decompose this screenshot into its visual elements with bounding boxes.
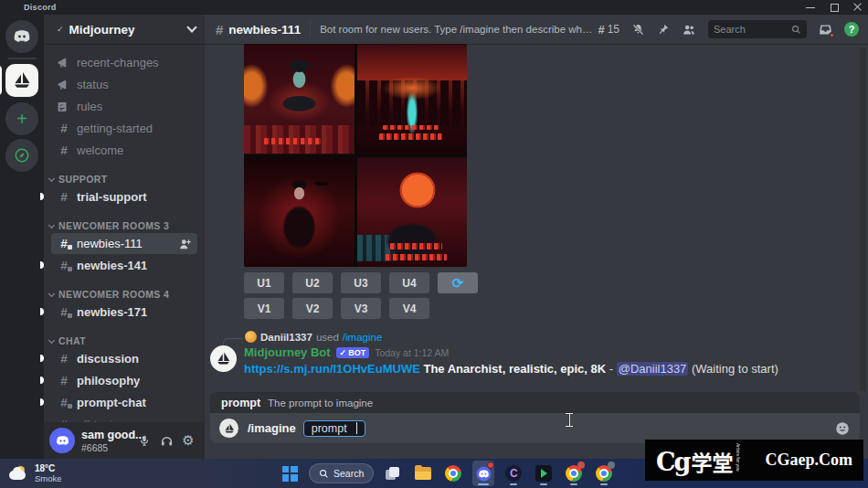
upscale-2-button[interactable]: U2 bbox=[292, 272, 333, 293]
generated-image-4[interactable] bbox=[357, 157, 468, 268]
sidebar-item-newbies-141[interactable]: # newbies-141 bbox=[51, 255, 197, 276]
headphones-button[interactable] bbox=[155, 430, 177, 451]
category-support[interactable]: SUPPORT bbox=[49, 174, 197, 185]
pinned-messages-button[interactable] bbox=[657, 23, 670, 36]
generated-image-1[interactable] bbox=[244, 44, 355, 154]
hash-icon: # bbox=[57, 143, 71, 157]
variation-3-button[interactable]: V3 bbox=[341, 298, 381, 319]
sidebar-item-status[interactable]: status bbox=[51, 74, 197, 95]
maximize-button[interactable] bbox=[830, 3, 839, 12]
sidebar-item-getting-started[interactable]: # getting-started bbox=[51, 118, 197, 139]
hash-icon: # bbox=[57, 352, 71, 366]
settings-gear-button[interactable]: ⚙ bbox=[177, 430, 199, 451]
variation-1-button[interactable]: V1 bbox=[244, 298, 284, 319]
search-icon bbox=[791, 25, 801, 35]
clipchamp-button[interactable]: C bbox=[503, 461, 524, 486]
help-button[interactable]: ? bbox=[844, 22, 859, 37]
notification-settings-button[interactable] bbox=[631, 23, 645, 37]
search-icon bbox=[319, 469, 329, 479]
refresh-icon: ⟳ bbox=[452, 275, 464, 291]
sidebar-item-discussion[interactable]: # discussion bbox=[51, 348, 197, 369]
file-explorer-button[interactable] bbox=[412, 461, 434, 486]
sidebar-item-prompt-chat[interactable]: # prompt-chat bbox=[51, 392, 197, 413]
close-button[interactable] bbox=[853, 3, 863, 12]
server-header[interactable]: ✓ Midjourney bbox=[44, 15, 205, 44]
avatar[interactable] bbox=[49, 428, 75, 453]
user-area: sam good... #6685 ⚙ bbox=[44, 422, 205, 459]
prompt-option-chip[interactable]: prompt bbox=[303, 420, 365, 437]
threads-button[interactable]: # 15 bbox=[598, 23, 619, 37]
upscale-4-button[interactable]: U4 bbox=[389, 272, 429, 293]
search-input[interactable]: Search bbox=[708, 20, 807, 38]
mic-button[interactable] bbox=[133, 430, 155, 451]
generated-image-2[interactable] bbox=[357, 44, 468, 154]
green-arrow-app-button[interactable] bbox=[533, 461, 555, 486]
sidebar-item-newbies-111[interactable]: # newbies-111 bbox=[51, 233, 197, 254]
chrome-profile-1-button[interactable] bbox=[563, 461, 585, 486]
c-app-icon: C bbox=[505, 465, 522, 482]
emoji-picker-button[interactable] bbox=[834, 420, 851, 437]
hash-badge-icon: # bbox=[57, 396, 71, 409]
message-author[interactable]: Midjourney Bot bbox=[244, 345, 331, 359]
explore-servers-button[interactable] bbox=[5, 139, 38, 172]
slash-command-popup[interactable]: prompt The prompt to imagine bbox=[210, 393, 860, 413]
add-server-button[interactable]: + bbox=[5, 102, 38, 135]
create-invite-icon[interactable] bbox=[179, 239, 192, 249]
discord-logo-icon bbox=[12, 27, 32, 47]
member-list-button[interactable] bbox=[682, 23, 696, 37]
chevron-down-icon bbox=[48, 221, 55, 228]
inbox-button[interactable] bbox=[819, 23, 832, 37]
reply-context[interactable]: Daniil1337 used /imagine bbox=[205, 331, 844, 345]
server-name: Midjourney bbox=[69, 23, 188, 37]
sidebar-item-philosophy[interactable]: # philosophy bbox=[51, 370, 197, 391]
message-body: https://s.mj.run/l1OHvEuMUWE The Anarchi… bbox=[244, 361, 856, 377]
reroll-button[interactable]: ⟳ bbox=[438, 272, 478, 293]
active-command: /imagine bbox=[248, 421, 296, 435]
reply-action: used bbox=[316, 332, 339, 343]
start-button[interactable] bbox=[279, 461, 301, 486]
server-icon-midjourney[interactable] bbox=[5, 64, 38, 97]
bot-avatar[interactable] bbox=[210, 345, 237, 372]
upscale-1-button[interactable]: U1 bbox=[244, 272, 284, 293]
midjourney-image-grid[interactable] bbox=[244, 44, 467, 267]
message-link[interactable]: https://s.mj.run/l1OHvEuMUWE bbox=[244, 362, 420, 376]
reply-author[interactable]: Daniil1337 bbox=[260, 332, 312, 343]
user-info[interactable]: sam good... #6685 bbox=[81, 429, 133, 453]
hash-badge-icon: # bbox=[216, 22, 223, 37]
reply-command[interactable]: /imagine bbox=[343, 332, 382, 343]
chevron-down-icon bbox=[48, 336, 55, 343]
sidebar-item-newbies-171[interactable]: # newbies-171 bbox=[51, 302, 197, 323]
reply-avatar[interactable] bbox=[245, 331, 257, 343]
sailboat-icon bbox=[215, 350, 232, 367]
weather-icon bbox=[9, 466, 29, 481]
command-option-name[interactable]: prompt bbox=[221, 397, 260, 409]
chrome-profile-2-button[interactable] bbox=[593, 461, 615, 486]
variation-2-button[interactable]: V2 bbox=[292, 298, 333, 319]
main-panel: # newbies-111 Bot room for new users. Ty… bbox=[205, 15, 868, 459]
sidebar-item-welcome[interactable]: # welcome bbox=[51, 140, 197, 161]
sidebar-item-recent-changes[interactable]: recent-changes bbox=[51, 52, 197, 73]
compass-icon bbox=[14, 147, 30, 164]
variation-4-button[interactable]: V4 bbox=[389, 298, 429, 319]
generated-image-3[interactable] bbox=[244, 157, 355, 268]
chrome-button[interactable] bbox=[442, 461, 464, 486]
category-newcomer-rooms-4[interactable]: NEWCOMER ROOMS 4 bbox=[49, 289, 197, 300]
home-button[interactable] bbox=[5, 20, 38, 53]
watermark-site: CGaep.Com bbox=[766, 451, 853, 470]
taskbar-search[interactable]: Search bbox=[309, 463, 374, 483]
sidebar-item-trial-support[interactable]: # trial-support bbox=[51, 186, 197, 207]
category-chat[interactable]: CHAT bbox=[49, 335, 197, 346]
upscale-3-button[interactable]: U3 bbox=[341, 272, 381, 293]
minimize-button[interactable] bbox=[806, 3, 815, 12]
weather-widget[interactable]: 18°C Smoke bbox=[9, 463, 62, 483]
channel-topic[interactable]: Bot room for new users. Type /imagine th… bbox=[320, 24, 594, 35]
hash-badge-icon: # bbox=[57, 237, 71, 250]
user-mention[interactable]: @Daniil1337 bbox=[617, 362, 689, 376]
inbox-unread-dot bbox=[829, 32, 835, 38]
discord-taskbar-button[interactable] bbox=[472, 461, 494, 486]
sidebar-item-rules[interactable]: rules bbox=[51, 96, 197, 117]
scrollbar[interactable] bbox=[860, 48, 866, 391]
task-view-button[interactable] bbox=[382, 461, 404, 486]
weather-temp: 18°C bbox=[35, 463, 62, 473]
category-newcomer-rooms-3[interactable]: NEWCOMER ROOMS 3 bbox=[49, 220, 197, 231]
